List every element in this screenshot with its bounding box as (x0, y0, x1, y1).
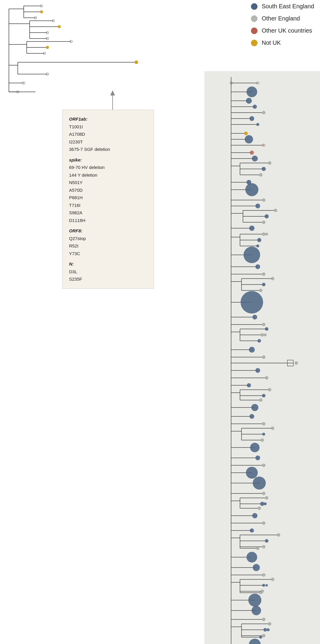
legend-item-south-east-england: South East England (251, 3, 314, 10)
svg-point-74 (259, 173, 262, 176)
svg-point-58 (244, 132, 248, 135)
svg-point-113 (262, 283, 265, 286)
phylogenetic-tree (0, 0, 207, 104)
svg-point-99 (257, 238, 261, 242)
svg-point-196 (277, 533, 280, 536)
svg-point-167 (250, 443, 260, 452)
svg-point-225 (262, 618, 265, 621)
svg-point-236 (259, 636, 262, 639)
svg-point-163 (262, 433, 265, 436)
svg-point-190 (262, 522, 265, 525)
svg-point-111 (271, 277, 274, 280)
annotation-box: ORF1ab: T1001I A1708D I2230T 3675-7 SGF … (62, 110, 154, 289)
south-east-england-icon (251, 3, 257, 10)
svg-point-137 (295, 362, 298, 365)
svg-point-25 (46, 46, 49, 49)
svg-point-132 (249, 347, 255, 353)
other-england-icon (251, 15, 257, 22)
orf8-header: ORF8: (69, 227, 147, 235)
svg-point-208 (262, 573, 265, 576)
svg-point-97 (265, 233, 268, 235)
svg-point-88 (265, 214, 269, 218)
svg-point-183 (260, 502, 264, 506)
svg-point-92 (249, 226, 255, 231)
svg-point-15 (58, 25, 61, 28)
svg-point-117 (241, 291, 263, 314)
svg-point-64 (250, 151, 254, 155)
svg-point-48 (246, 98, 252, 104)
svg-point-139 (255, 368, 260, 373)
svg-point-134 (262, 356, 265, 359)
spike-header: spike: (69, 156, 147, 164)
svg-point-56 (256, 123, 259, 126)
svg-point-101 (256, 245, 259, 247)
svg-point-50 (253, 105, 257, 109)
svg-point-212 (271, 578, 274, 581)
svg-point-115 (259, 289, 262, 292)
legend-label-not-uk: Not UK (262, 39, 281, 46)
svg-point-229 (268, 622, 271, 625)
legend: South East England Other England Other U… (251, 3, 314, 46)
svg-point-161 (271, 427, 274, 430)
svg-point-219 (260, 592, 262, 594)
svg-point-125 (265, 327, 268, 331)
legend-label-other-england: Other England (262, 15, 300, 22)
n-header: N: (69, 260, 147, 268)
svg-point-147 (268, 388, 271, 391)
svg-point-82 (255, 204, 260, 208)
orf1ab-header: ORF1ab: (69, 115, 147, 123)
svg-point-7 (40, 10, 43, 13)
svg-point-128 (264, 334, 266, 336)
svg-point-204 (247, 552, 257, 562)
svg-point-198 (265, 539, 268, 543)
svg-point-188 (252, 513, 257, 518)
svg-point-141 (265, 376, 268, 379)
svg-point-96 (262, 233, 265, 236)
svg-point-46 (247, 87, 257, 97)
svg-point-232 (267, 628, 270, 631)
svg-point-171 (262, 464, 265, 467)
legend-label-other-uk-countries: Other UK countries (262, 27, 312, 34)
svg-point-80 (262, 199, 265, 202)
svg-point-90 (262, 221, 265, 224)
svg-point-231 (263, 628, 267, 632)
svg-point-181 (265, 496, 268, 499)
orf8-items: Q27stop R52I Y73C (69, 235, 147, 258)
svg-point-149 (262, 394, 265, 397)
svg-point-173 (246, 467, 258, 479)
svg-point-86 (274, 209, 277, 212)
svg-point-202 (256, 547, 259, 550)
spike-items: 69-70 HV deletion 144 Y deletion N501Y A… (69, 164, 147, 224)
svg-point-78 (245, 183, 258, 196)
svg-point-31 (135, 60, 138, 64)
svg-point-130 (257, 339, 261, 343)
svg-point-143 (247, 383, 251, 387)
svg-point-60 (245, 135, 253, 143)
svg-point-214 (262, 584, 265, 587)
main-container: South East England Other England Other U… (0, 0, 320, 644)
svg-point-165 (261, 439, 264, 442)
svg-point-175 (253, 477, 266, 490)
svg-point-52 (262, 111, 265, 114)
svg-point-105 (255, 264, 260, 269)
legend-item-other-england: Other England (251, 15, 314, 22)
svg-point-119 (252, 315, 257, 319)
svg-point-103 (244, 247, 260, 263)
svg-point-70 (268, 162, 271, 164)
svg-point-177 (262, 492, 265, 495)
svg-point-192 (250, 528, 254, 533)
svg-point-66 (252, 156, 258, 162)
svg-point-151 (259, 399, 262, 402)
legend-item-not-uk: Not UK (251, 39, 314, 46)
svg-point-155 (249, 414, 254, 419)
svg-point-221 (248, 594, 261, 607)
svg-point-72 (262, 167, 266, 171)
not-uk-icon (251, 40, 257, 46)
lineage-tree (204, 74, 320, 644)
svg-point-121 (262, 323, 265, 326)
svg-point-169 (255, 456, 260, 460)
other-uk-countries-icon (251, 28, 257, 34)
svg-point-223 (252, 606, 261, 615)
svg-point-200 (262, 545, 265, 548)
svg-point-153 (251, 404, 258, 411)
